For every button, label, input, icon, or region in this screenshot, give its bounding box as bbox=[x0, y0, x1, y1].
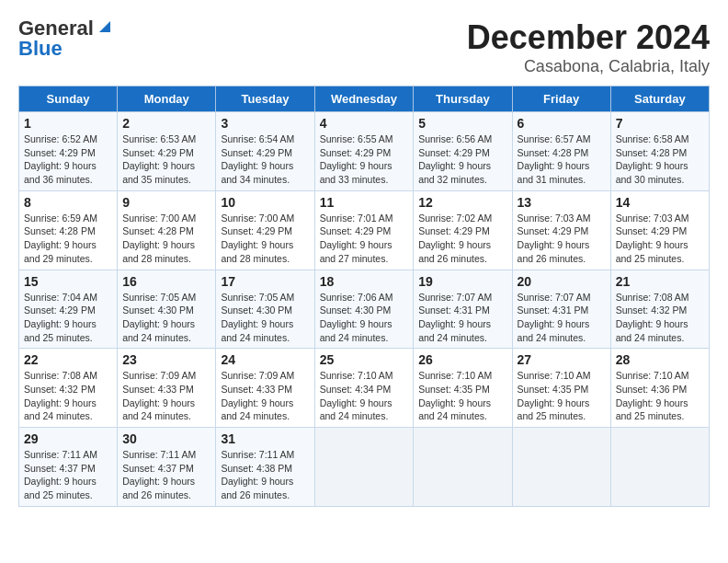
day-info: Sunrise: 6:52 AM Sunset: 4:29 PM Dayligh… bbox=[24, 132, 112, 187]
sunset-label: Sunset: 4:32 PM bbox=[24, 384, 96, 395]
day-info: Sunrise: 7:00 AM Sunset: 4:28 PM Dayligh… bbox=[122, 212, 210, 266]
day-number: 4 bbox=[320, 116, 409, 131]
day-info: Sunrise: 7:11 AM Sunset: 4:37 PM Dayligh… bbox=[122, 448, 210, 502]
day-cell: 10 Sunrise: 7:00 AM Sunset: 4:29 PM Dayl… bbox=[216, 190, 314, 270]
day-info: Sunrise: 7:04 AM Sunset: 4:29 PM Dayligh… bbox=[24, 291, 112, 345]
daylight-label: Daylight: 9 hours and 24 minutes. bbox=[418, 318, 491, 343]
day-info: Sunrise: 7:06 AM Sunset: 4:30 PM Dayligh… bbox=[320, 291, 409, 345]
day-number: 20 bbox=[518, 274, 606, 289]
daylight-label: Daylight: 9 hours and 24 minutes. bbox=[518, 318, 590, 343]
daylight-label: Daylight: 9 hours and 24 minutes. bbox=[320, 318, 392, 343]
daylight-label: Daylight: 9 hours and 26 minutes. bbox=[418, 239, 491, 264]
day-number: 17 bbox=[221, 274, 309, 289]
day-info: Sunrise: 7:10 AM Sunset: 4:35 PM Dayligh… bbox=[418, 369, 506, 423]
day-number: 21 bbox=[616, 274, 704, 289]
day-cell: 15 Sunrise: 7:04 AM Sunset: 4:29 PM Dayl… bbox=[19, 270, 118, 349]
day-cell: 28 Sunrise: 7:10 AM Sunset: 4:36 PM Dayl… bbox=[610, 349, 709, 428]
sunrise-label: Sunrise: 7:08 AM bbox=[616, 292, 689, 303]
daylight-label: Daylight: 9 hours and 26 minutes. bbox=[122, 476, 195, 500]
sunset-label: Sunset: 4:37 PM bbox=[24, 463, 96, 474]
sunset-label: Sunset: 4:35 PM bbox=[518, 384, 589, 395]
day-cell: 3 Sunrise: 6:54 AM Sunset: 4:29 PM Dayli… bbox=[216, 112, 314, 191]
day-info: Sunrise: 7:02 AM Sunset: 4:29 PM Dayligh… bbox=[418, 212, 506, 266]
day-number: 18 bbox=[320, 274, 409, 289]
sunset-label: Sunset: 4:29 PM bbox=[320, 225, 392, 236]
sunset-label: Sunset: 4:37 PM bbox=[122, 463, 194, 474]
day-number: 1 bbox=[24, 116, 112, 131]
sunrise-label: Sunrise: 6:59 AM bbox=[24, 213, 97, 224]
sunset-label: Sunset: 4:28 PM bbox=[122, 225, 194, 236]
day-info: Sunrise: 7:08 AM Sunset: 4:32 PM Dayligh… bbox=[616, 291, 704, 345]
sunset-label: Sunset: 4:29 PM bbox=[616, 225, 688, 236]
daylight-label: Daylight: 9 hours and 25 minutes. bbox=[518, 397, 590, 422]
sunrise-label: Sunrise: 7:00 AM bbox=[221, 213, 294, 224]
col-thursday: Thursday bbox=[414, 86, 512, 112]
calendar-table: Sunday Monday Tuesday Wednesday Thursday… bbox=[18, 86, 710, 507]
sunset-label: Sunset: 4:34 PM bbox=[320, 384, 392, 395]
day-cell: 26 Sunrise: 7:10 AM Sunset: 4:35 PM Dayl… bbox=[414, 349, 512, 428]
daylight-label: Daylight: 9 hours and 28 minutes. bbox=[221, 239, 293, 264]
day-info: Sunrise: 7:09 AM Sunset: 4:33 PM Dayligh… bbox=[221, 369, 309, 423]
day-info: Sunrise: 7:07 AM Sunset: 4:31 PM Dayligh… bbox=[418, 291, 506, 345]
day-number: 29 bbox=[24, 431, 112, 446]
day-info: Sunrise: 7:05 AM Sunset: 4:30 PM Dayligh… bbox=[221, 291, 309, 345]
sunrise-label: Sunrise: 7:04 AM bbox=[24, 292, 97, 303]
day-cell: 17 Sunrise: 7:05 AM Sunset: 4:30 PM Dayl… bbox=[216, 270, 314, 349]
daylight-label: Daylight: 9 hours and 29 minutes. bbox=[24, 239, 97, 264]
col-monday: Monday bbox=[118, 86, 216, 112]
day-info: Sunrise: 7:09 AM Sunset: 4:33 PM Dayligh… bbox=[122, 369, 210, 423]
day-number: 16 bbox=[122, 274, 210, 289]
week-row-4: 22 Sunrise: 7:08 AM Sunset: 4:32 PM Dayl… bbox=[19, 349, 710, 428]
day-cell: 2 Sunrise: 6:53 AM Sunset: 4:29 PM Dayli… bbox=[118, 112, 216, 191]
day-number: 9 bbox=[122, 195, 210, 210]
day-number: 15 bbox=[24, 274, 112, 289]
header: General Blue December 2024 Casabona, Cal… bbox=[18, 18, 710, 76]
logo: General Blue bbox=[18, 18, 110, 59]
daylight-label: Daylight: 9 hours and 24 minutes. bbox=[122, 318, 195, 343]
col-wednesday: Wednesday bbox=[314, 86, 414, 112]
day-info: Sunrise: 7:05 AM Sunset: 4:30 PM Dayligh… bbox=[122, 291, 210, 345]
sunrise-label: Sunrise: 7:11 AM bbox=[24, 449, 97, 460]
day-number: 14 bbox=[616, 195, 704, 210]
daylight-label: Daylight: 9 hours and 26 minutes. bbox=[221, 476, 293, 500]
sunset-label: Sunset: 4:29 PM bbox=[518, 225, 589, 236]
sunset-label: Sunset: 4:32 PM bbox=[616, 304, 688, 316]
day-info: Sunrise: 7:11 AM Sunset: 4:38 PM Dayligh… bbox=[221, 448, 309, 502]
sunrise-label: Sunrise: 7:11 AM bbox=[122, 449, 196, 460]
day-number: 31 bbox=[221, 431, 309, 446]
day-cell: 25 Sunrise: 7:10 AM Sunset: 4:34 PM Dayl… bbox=[314, 349, 414, 428]
sunrise-label: Sunrise: 6:58 AM bbox=[616, 133, 689, 144]
sunrise-label: Sunrise: 7:08 AM bbox=[24, 370, 97, 381]
daylight-label: Daylight: 9 hours and 36 minutes. bbox=[24, 160, 97, 185]
day-number: 11 bbox=[320, 195, 409, 210]
day-headers-row: Sunday Monday Tuesday Wednesday Thursday… bbox=[19, 86, 710, 112]
sunrise-label: Sunrise: 7:01 AM bbox=[320, 213, 393, 224]
day-number: 23 bbox=[122, 352, 210, 367]
day-cell: 22 Sunrise: 7:08 AM Sunset: 4:32 PM Dayl… bbox=[19, 349, 118, 428]
daylight-label: Daylight: 9 hours and 25 minutes. bbox=[24, 318, 97, 343]
day-info: Sunrise: 7:01 AM Sunset: 4:29 PM Dayligh… bbox=[320, 212, 409, 266]
day-cell: 13 Sunrise: 7:03 AM Sunset: 4:29 PM Dayl… bbox=[512, 190, 610, 270]
logo-general: General bbox=[18, 18, 94, 39]
day-cell: 19 Sunrise: 7:07 AM Sunset: 4:31 PM Dayl… bbox=[414, 270, 512, 349]
sunrise-label: Sunrise: 7:07 AM bbox=[518, 292, 591, 303]
day-cell: 11 Sunrise: 7:01 AM Sunset: 4:29 PM Dayl… bbox=[314, 190, 414, 270]
day-info: Sunrise: 6:57 AM Sunset: 4:28 PM Dayligh… bbox=[518, 132, 606, 187]
day-cell: 24 Sunrise: 7:09 AM Sunset: 4:33 PM Dayl… bbox=[216, 349, 314, 428]
sunrise-label: Sunrise: 7:10 AM bbox=[418, 370, 492, 381]
daylight-label: Daylight: 9 hours and 24 minutes. bbox=[418, 397, 491, 422]
day-cell: 29 Sunrise: 7:11 AM Sunset: 4:37 PM Dayl… bbox=[19, 428, 118, 507]
sunrise-label: Sunrise: 7:03 AM bbox=[518, 213, 591, 224]
day-info: Sunrise: 6:53 AM Sunset: 4:29 PM Dayligh… bbox=[122, 132, 210, 187]
sunset-label: Sunset: 4:29 PM bbox=[221, 225, 292, 236]
sunset-label: Sunset: 4:29 PM bbox=[418, 225, 490, 236]
week-row-2: 8 Sunrise: 6:59 AM Sunset: 4:28 PM Dayli… bbox=[19, 190, 710, 270]
day-number: 28 bbox=[616, 352, 704, 367]
sunset-label: Sunset: 4:29 PM bbox=[24, 304, 96, 316]
daylight-label: Daylight: 9 hours and 25 minutes. bbox=[616, 239, 688, 264]
day-cell: 8 Sunrise: 6:59 AM Sunset: 4:28 PM Dayli… bbox=[19, 190, 118, 270]
daylight-label: Daylight: 9 hours and 30 minutes. bbox=[616, 160, 688, 185]
daylight-label: Daylight: 9 hours and 26 minutes. bbox=[518, 239, 590, 264]
day-info: Sunrise: 7:03 AM Sunset: 4:29 PM Dayligh… bbox=[518, 212, 606, 266]
sunrise-label: Sunrise: 6:52 AM bbox=[24, 133, 97, 144]
